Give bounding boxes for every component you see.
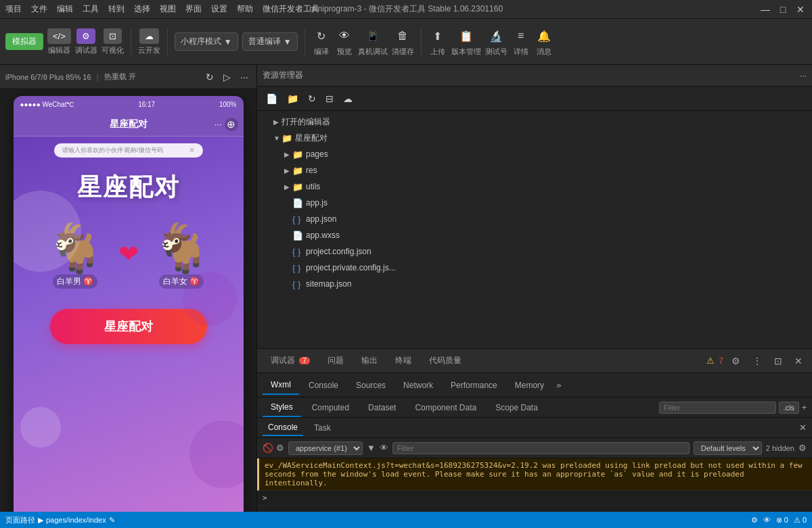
- nav-menu-icon[interactable]: ···: [215, 119, 222, 129]
- console-service-dropdown[interactable]: appservice (#1): [288, 441, 363, 455]
- filter-input[interactable]: [659, 402, 776, 414]
- cloud-button[interactable]: ☁: [139, 28, 159, 44]
- console-filter-input[interactable]: [392, 442, 690, 454]
- console-tab-console[interactable]: Console: [263, 420, 303, 436]
- folder-icon: 📁: [281, 133, 292, 143]
- upload-button[interactable]: ⬆: [428, 26, 447, 45]
- msg-button[interactable]: 🔔: [535, 26, 554, 45]
- menu-item-select[interactable]: 选择: [134, 3, 150, 15]
- file-explorer-more-icon[interactable]: ···: [800, 71, 807, 80]
- project-root-item[interactable]: ▼ 📁 星座配对: [257, 130, 812, 146]
- undock-icon[interactable]: ⊡: [770, 353, 786, 369]
- search-bar[interactable]: 请输入你喜欢的小伙伴 昵称/微信号码 ✕: [54, 143, 203, 158]
- menu-item-goto[interactable]: 转到: [108, 3, 125, 15]
- console-tab-task[interactable]: Task: [309, 421, 336, 435]
- panel-memory[interactable]: Memory: [507, 377, 552, 394]
- menu-item-interface[interactable]: 界面: [185, 3, 202, 15]
- sim-more-button[interactable]: ···: [238, 70, 251, 84]
- tab-quality[interactable]: 代码质量: [421, 351, 470, 370]
- res-folder[interactable]: ▶ 📁 res: [257, 162, 812, 178]
- menu-item-settings[interactable]: 设置: [211, 3, 227, 15]
- tab-output[interactable]: 输出: [353, 351, 386, 370]
- clear-console-icon[interactable]: 🚫: [263, 443, 273, 453]
- editor-button[interactable]: </>: [47, 28, 71, 44]
- clear-button[interactable]: 🗑: [393, 26, 412, 45]
- error-count: ⊗ 0: [776, 516, 788, 525]
- cloud-file-icon[interactable]: ☁: [340, 91, 356, 106]
- real-debug-button[interactable]: 📱: [363, 26, 382, 45]
- settings-icon[interactable]: ⚙: [727, 353, 744, 369]
- menu-item-view[interactable]: 视图: [160, 3, 176, 15]
- path-edit-icon[interactable]: ✎: [109, 516, 115, 525]
- deco-circle-4: [189, 421, 244, 488]
- style-tab-component[interactable]: Component Data: [407, 399, 484, 416]
- panel-sources[interactable]: Sources: [348, 377, 394, 394]
- debugger-button[interactable]: ⚙: [76, 28, 95, 44]
- opened-editors-group[interactable]: ▶ 打开的编辑器: [257, 114, 812, 130]
- pages-folder[interactable]: ▶ 📁 pages: [257, 146, 812, 162]
- style-tab-dataset[interactable]: Dataset: [360, 399, 404, 416]
- tab-issues[interactable]: 问题: [319, 351, 352, 370]
- new-file-icon[interactable]: 📄: [263, 91, 281, 106]
- mode-dropdown[interactable]: 小程序模式 ▼: [175, 32, 238, 51]
- panel-network[interactable]: Network: [395, 377, 441, 394]
- console-expand-icon[interactable]: ▼: [367, 443, 376, 453]
- app-json-file[interactable]: { } app.json: [257, 211, 812, 227]
- new-folder-icon[interactable]: 📁: [284, 91, 302, 106]
- close-console-icon[interactable]: ✕: [799, 423, 807, 433]
- style-tab-computed[interactable]: Computed: [304, 399, 357, 416]
- app-wxss-file[interactable]: 📄 app.wxss: [257, 227, 812, 243]
- menu-item-edit[interactable]: 编辑: [57, 3, 73, 15]
- app-js-file[interactable]: 📄 app.js: [257, 195, 812, 211]
- refresh-file-icon[interactable]: ↻: [304, 91, 319, 106]
- test-button[interactable]: 🔬: [487, 26, 505, 45]
- close-devtools-icon[interactable]: ✕: [790, 353, 807, 369]
- menu-item-help[interactable]: 帮助: [237, 3, 253, 15]
- console-settings-icon[interactable]: ⚙: [798, 443, 807, 453]
- simulator-button[interactable]: 模拟器: [5, 33, 43, 50]
- minimize-button[interactable]: —: [759, 3, 771, 16]
- more-icon[interactable]: ⋮: [748, 353, 766, 369]
- maximize-button[interactable]: □: [777, 3, 789, 16]
- visual-button[interactable]: ⊡: [104, 28, 122, 44]
- tab-terminal[interactable]: 终端: [387, 351, 420, 370]
- panel-wxml[interactable]: Wxml: [263, 376, 299, 395]
- opened-editors-label: 打开的编辑器: [281, 116, 330, 128]
- eye-bottom-icon[interactable]: 👁: [763, 516, 771, 524]
- panel-console[interactable]: Console: [300, 377, 346, 394]
- settings-console-icon[interactable]: ⚙: [276, 443, 284, 453]
- panel-performance[interactable]: Performance: [443, 377, 505, 394]
- preview-button[interactable]: 👁: [335, 26, 354, 45]
- sim-play-button[interactable]: ▷: [221, 70, 233, 84]
- menu-item-tools[interactable]: 工具: [83, 3, 99, 15]
- console-level-dropdown[interactable]: Default levels: [694, 441, 762, 455]
- style-tab-scope[interactable]: Scope Data: [487, 399, 546, 416]
- settings-bottom-icon[interactable]: ⚙: [751, 516, 758, 525]
- devtools-panel: 调试器 7 问题 输出 终端 代码质量 ⚠ 7 ⚙ ⋮ ⊡ ✕: [257, 349, 812, 512]
- tab-debugger[interactable]: 调试器 7: [263, 351, 318, 370]
- match-button[interactable]: 星座配对: [50, 309, 207, 344]
- sitemap-file[interactable]: { } sitemap.json: [257, 276, 812, 292]
- refresh-button[interactable]: ↻: [312, 26, 331, 45]
- utils-folder[interactable]: ▶ 📁 utils: [257, 178, 812, 195]
- add-style-icon[interactable]: +: [802, 403, 807, 412]
- close-button[interactable]: ✕: [794, 3, 807, 16]
- detail-button[interactable]: ≡: [512, 26, 531, 45]
- collapse-file-icon[interactable]: ⊟: [322, 91, 337, 106]
- menu-item-project[interactable]: 项目: [5, 3, 22, 15]
- cls-button[interactable]: .cls: [779, 402, 800, 414]
- nav-add-icon[interactable]: ⊕: [225, 118, 238, 131]
- project-private-file[interactable]: { } project.private.config.js...: [257, 260, 812, 276]
- style-tab-styles[interactable]: Styles: [263, 398, 301, 417]
- hot-reload-label[interactable]: 热重载 开: [104, 72, 136, 82]
- project-config-file[interactable]: { } project.config.json: [257, 243, 812, 260]
- compile-dropdown[interactable]: 普通编译 ▼: [242, 32, 298, 51]
- separator-1: [131, 28, 131, 55]
- console-eye-icon[interactable]: 👁: [380, 443, 388, 453]
- tab-debugger-badge: 7: [299, 357, 310, 364]
- menu-item-file[interactable]: 文件: [31, 3, 47, 15]
- more-panels-icon[interactable]: »: [554, 377, 564, 393]
- version-button[interactable]: 📋: [457, 26, 476, 45]
- path-label: 页面路径: [5, 515, 35, 525]
- sim-refresh-button[interactable]: ↻: [203, 70, 217, 84]
